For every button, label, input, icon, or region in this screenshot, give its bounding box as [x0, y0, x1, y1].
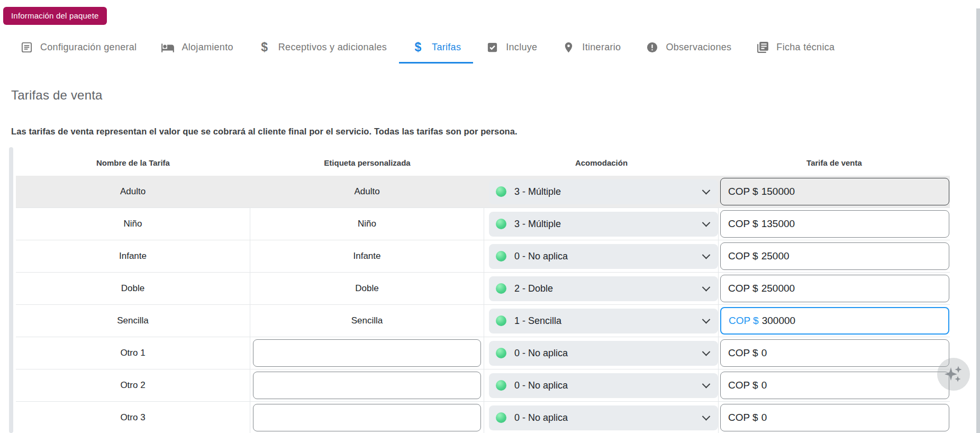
chevron-down-icon: [702, 283, 711, 291]
tab-label: Itinerario: [582, 42, 621, 53]
table-header-row: Nombre de la Tarifa Etiqueta personaliza…: [16, 149, 950, 176]
tab-tarifas[interactable]: $ Tarifas: [399, 33, 473, 64]
checkbox-checked-icon: [485, 41, 499, 55]
accommodation-select[interactable]: 3 - Múltiple: [489, 212, 718, 237]
currency-prefix: COP $: [728, 283, 758, 294]
custom-label-input[interactable]: [253, 372, 481, 399]
price-value: 0: [761, 380, 767, 391]
price-input[interactable]: COP $ 0: [720, 339, 949, 367]
tab-label: Incluye: [506, 42, 537, 53]
table-left-scrollbar[interactable]: [9, 147, 13, 433]
accommodation-value: 1 - Sencilla: [514, 315, 561, 327]
page-title: Tarifas de venta: [11, 88, 103, 103]
tab-label: Observaciones: [666, 42, 731, 53]
dollar-icon: $: [258, 41, 271, 55]
custom-label: Adulto: [354, 186, 379, 197]
status-dot-icon: [496, 412, 506, 423]
tab-label: Alojamiento: [182, 42, 233, 53]
price-input[interactable]: COP $ 135000: [720, 210, 949, 238]
column-header-acomodacion: Acomodación: [484, 158, 719, 167]
chevron-down-icon: [702, 186, 711, 194]
table-row-nino: Niño Niño 3 - Múltiple COP $ 135000: [16, 208, 950, 240]
accommodation-value: 0 - No aplica: [514, 380, 568, 391]
page-scrollbar[interactable]: [976, 8, 980, 433]
accommodation-value: 3 - Múltiple: [514, 186, 561, 197]
price-value: 0: [761, 412, 767, 423]
price-input[interactable]: COP $ 0: [720, 404, 949, 431]
accommodation-select[interactable]: 0 - No aplica: [489, 373, 718, 398]
table-row-adulto: Adulto Adulto 3 - Múltiple COP $ 150000: [16, 176, 950, 208]
status-dot-icon: [496, 380, 506, 391]
tab-itinerario[interactable]: Itinerario: [549, 33, 633, 64]
price-input-focused[interactable]: COP $ 300000: [720, 307, 949, 335]
accommodation-select[interactable]: 1 - Sencilla: [489, 309, 718, 333]
tariff-name: Infante: [119, 251, 147, 261]
package-info-badge: Información del paquete: [3, 7, 107, 25]
tab-configuracion-general[interactable]: Configuración general: [7, 33, 149, 64]
custom-label-input[interactable]: [253, 339, 481, 367]
tariff-name: Otro 2: [120, 380, 145, 391]
tariff-name: Sencilla: [117, 315, 149, 326]
accommodation-value: 0 - No aplica: [514, 348, 568, 359]
tariff-name: Doble: [121, 283, 144, 294]
table-row-otro-1: Otro 1 0 - No aplica COP $ 0: [16, 337, 950, 369]
price-value: 0: [761, 347, 767, 359]
chevron-down-icon: [702, 347, 711, 356]
table-row-infante: Infante Infante 0 - No aplica COP $ 2500…: [16, 240, 950, 273]
chevron-down-icon: [702, 250, 711, 259]
accommodation-select[interactable]: 2 - Doble: [489, 276, 718, 301]
tab-alojamiento[interactable]: Alojamiento: [149, 33, 245, 64]
tariffs-table: Nombre de la Tarifa Etiqueta personaliza…: [16, 149, 950, 433]
status-dot-icon: [496, 283, 506, 294]
tab-receptivos-y-adicionales[interactable]: $ Receptivos y adicionales: [246, 33, 399, 64]
currency-prefix: COP $: [728, 218, 758, 230]
custom-label-input[interactable]: [253, 404, 481, 431]
bed-icon: [161, 41, 175, 55]
currency-prefix: COP $: [728, 250, 758, 262]
status-dot-icon: [496, 251, 506, 261]
chevron-down-icon: [702, 315, 711, 323]
ai-assistant-button[interactable]: [937, 358, 970, 391]
tab-ficha-tecnica[interactable]: Ficha técnica: [743, 33, 847, 64]
status-dot-icon: [496, 315, 506, 326]
accommodation-select[interactable]: 3 - Múltiple: [489, 179, 718, 204]
documents-icon: [756, 41, 769, 55]
accommodation-value: 2 - Doble: [514, 283, 553, 294]
custom-label: Sencilla: [351, 315, 383, 326]
price-input[interactable]: COP $ 250000: [720, 275, 949, 302]
tab-incluye[interactable]: Incluye: [473, 33, 549, 64]
exclamation-circle-icon: [645, 41, 659, 55]
tab-observaciones[interactable]: Observaciones: [633, 33, 743, 64]
chevron-down-icon: [702, 412, 711, 420]
column-header-etiqueta: Etiqueta personalizada: [250, 158, 484, 167]
custom-label: Niño: [358, 219, 376, 229]
custom-label: Infante: [353, 251, 381, 261]
section-description: Las tarifas de venta representan el valo…: [11, 127, 518, 137]
map-pin-icon: [561, 41, 575, 55]
accommodation-value: 0 - No aplica: [514, 412, 568, 423]
table-row-otro-2: Otro 2 0 - No aplica COP $ 0: [16, 369, 950, 402]
price-input[interactable]: COP $ 150000: [720, 178, 949, 205]
table-row-sencilla: Sencilla Sencilla 1 - Sencilla COP $ 300…: [16, 305, 950, 337]
column-header-tarifa: Tarifa de venta: [719, 158, 950, 167]
tariff-name: Otro 3: [120, 412, 145, 423]
price-value: 150000: [761, 186, 795, 197]
table-row-doble: Doble Doble 2 - Doble COP $ 250000: [16, 273, 950, 305]
package-info-page: Información del paquete Configuración ge…: [0, 0, 980, 433]
accommodation-select[interactable]: 0 - No aplica: [489, 405, 718, 430]
tariff-name: Adulto: [120, 186, 146, 197]
price-input[interactable]: COP $ 25000: [720, 242, 949, 270]
tariff-name: Otro 1: [120, 348, 145, 358]
accommodation-select[interactable]: 0 - No aplica: [489, 341, 718, 366]
column-header-nombre: Nombre de la Tarifa: [16, 158, 250, 167]
tariff-name: Niño: [124, 219, 142, 229]
chevron-down-icon: [702, 218, 711, 227]
chevron-down-icon: [702, 380, 711, 388]
accommodation-value: 3 - Múltiple: [514, 219, 561, 230]
currency-prefix: COP $: [728, 186, 758, 197]
currency-prefix: COP $: [729, 315, 759, 327]
tab-label: Receptivos y adicionales: [278, 42, 387, 53]
accommodation-select[interactable]: 0 - No aplica: [489, 244, 718, 269]
form-icon: [20, 41, 33, 55]
price-input[interactable]: COP $ 0: [720, 372, 949, 399]
